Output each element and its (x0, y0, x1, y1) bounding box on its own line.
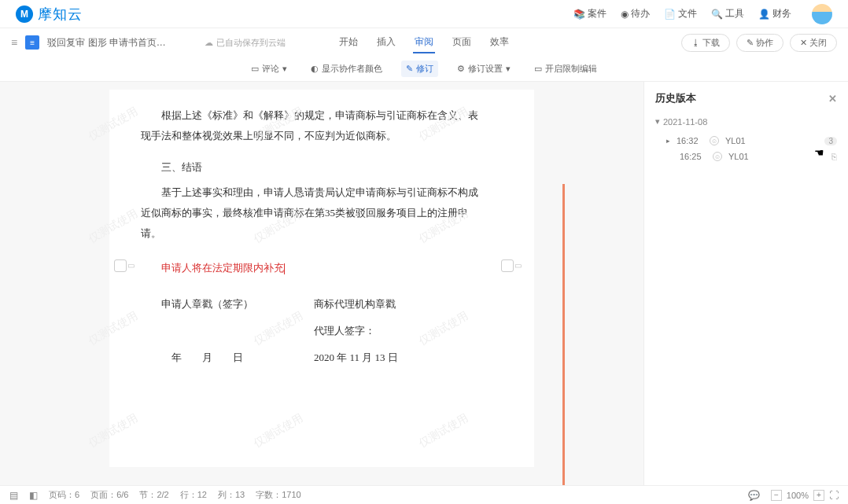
section-heading[interactable]: 三、结语 (141, 157, 487, 178)
char-count[interactable]: 字数：1710 (256, 489, 300, 501)
comment-anchor-icon[interactable]: ▭ (114, 259, 127, 272)
books-icon: 📚 (573, 9, 585, 20)
menu-icon[interactable]: ≡ (11, 36, 17, 49)
gear-icon: ⚙ (457, 64, 465, 74)
palette-icon: ◐ (311, 64, 319, 74)
close-icon: ✕ (800, 38, 807, 48)
user-icon: 👤 (758, 9, 770, 20)
doc-icon: 📄 (664, 9, 676, 20)
doc-title: 驳回复审 图形 申请书首页、材料目... (47, 36, 173, 50)
people-icon: ✎ (747, 38, 754, 48)
close-button[interactable]: ✕关闭 (790, 34, 837, 52)
comment-anchor-icon[interactable]: ▭ (501, 259, 514, 272)
main-area: 仅测试使用 仅测试使用 仅测试使用 仅测试使用 仅测试使用 仅测试使用 仅测试使… (0, 82, 848, 485)
user-icon: ☺ (710, 136, 719, 145)
nav-label: 文件 (678, 7, 697, 20)
nav-cases[interactable]: 📚案件 (573, 7, 607, 20)
watermark: 仅测试使用 (84, 407, 143, 454)
download-icon: ⭳ (691, 38, 700, 47)
dot-icon: ◉ (621, 9, 629, 20)
version-time: 16:32 (677, 136, 703, 145)
chevron-down-icon: ▾ (506, 64, 511, 74)
text-cursor (284, 263, 285, 274)
track-settings-button[interactable]: ⚙修订设置▾ (452, 61, 515, 77)
restore-icon[interactable]: ⎘ (831, 152, 837, 161)
tab-start[interactable]: 开始 (337, 32, 359, 53)
section-info[interactable]: 节：2/2 (139, 489, 168, 501)
document-page[interactable]: 仅测试使用 仅测试使用 仅测试使用 仅测试使用 仅测试使用 仅测试使用 仅测试使… (109, 90, 534, 467)
agency-seal-label: 商标代理机构章戳 (314, 294, 487, 315)
outline-icon[interactable]: ▤ (9, 490, 18, 501)
history-title: 历史版本 (655, 91, 696, 105)
paragraph[interactable]: 根据上述《标准》和《解释》的规定，申请商标与引证商标在含义、表现手法和整体视觉效… (141, 105, 487, 146)
tab-page[interactable]: 页面 (451, 32, 473, 53)
brand-icon: M (16, 6, 33, 23)
chat-icon[interactable]: 💬 (748, 490, 760, 501)
tab-review[interactable]: 审阅 (413, 32, 435, 53)
history-version-item[interactable]: 16:25 ☺ YL01 ⎘ (655, 149, 837, 164)
user-icon: ☺ (713, 152, 722, 161)
agent-sign-label: 代理人签字： (314, 321, 487, 341)
layout-icon[interactable]: ◧ (29, 490, 38, 501)
paragraph[interactable]: 基于上述事实和理由，申请人恳请贵局认定申请商标与引证商标不构成近似商标的事实，最… (141, 182, 487, 244)
date-filled: 2020 年 11 月 13 日 (314, 348, 487, 368)
line-info: 行：12 (180, 489, 207, 501)
collab-button[interactable]: ✎协作 (736, 34, 783, 52)
watermark: 仅测试使用 (84, 101, 143, 147)
nav-finance[interactable]: 👤财务 (758, 7, 791, 20)
track-changes-button[interactable]: ✎修订 (401, 61, 438, 77)
revision-bar (562, 184, 565, 485)
nav-label: 案件 (588, 7, 607, 20)
ribbon-tabs: 开始 插入 审阅 页面 效率 (337, 32, 511, 53)
comment-button[interactable]: ▭评论▾ (246, 61, 292, 77)
history-version-item[interactable]: ▸ 16:32 ☺ YL01 3 (655, 133, 837, 149)
tracked-insertion[interactable]: 申请人将在法定期限内补充 (161, 262, 284, 274)
tab-efficiency[interactable]: 效率 (489, 32, 511, 53)
chevron-down-icon: ▾ (655, 116, 660, 127)
version-time: 16:25 (680, 152, 706, 161)
watermark: 仅测试使用 (84, 203, 143, 249)
lock-icon: ▭ (534, 64, 542, 74)
restrict-edit-button[interactable]: ▭开启限制编辑 (529, 61, 602, 77)
signature-row: 申请人章戳（签字） 商标代理机构章戳 (141, 294, 487, 315)
zoom-out-button[interactable]: − (771, 490, 782, 501)
download-button[interactable]: ⭳下载 (681, 34, 730, 52)
page-code[interactable]: 页码：6 (49, 489, 79, 501)
nav-items: 📚案件 ◉待办 📄文件 🔍工具 👤财务 (573, 4, 832, 24)
nav-todo[interactable]: ◉待办 (621, 7, 650, 20)
history-panel: 历史版本 ✕ ▾2021-11-08 ▸ 16:32 ☺ YL01 3 16:2… (643, 82, 848, 485)
doc-toolbar: ≡ ≡ 驳回复审 图形 申请书首页、材料目... ☁已自动保存到云端 开始 插入… (0, 28, 848, 57)
close-icon[interactable]: ✕ (828, 93, 837, 105)
version-count-badge: 3 (824, 137, 837, 145)
page-count[interactable]: 页面：6/6 (90, 489, 128, 501)
top-nav: M 摩知云 📚案件 ◉待办 📄文件 🔍工具 👤财务 (0, 0, 848, 28)
doc-type-icon: ≡ (25, 35, 39, 50)
nav-files[interactable]: 📄文件 (664, 7, 697, 20)
review-toolbar: ▭评论▾ ◐显示协作者颜色 ✎修订 ⚙修订设置▾ ▭开启限制编辑 (0, 57, 848, 82)
comment-icon: ▭ (251, 64, 259, 74)
version-user: YL01 (728, 152, 749, 161)
nav-label: 工具 (725, 7, 744, 20)
nav-label: 财务 (772, 7, 791, 20)
watermark: 仅测试使用 (415, 407, 474, 454)
brand-logo[interactable]: M 摩知云 (16, 5, 83, 24)
history-date-group[interactable]: ▾2021-11-08 (655, 116, 837, 127)
cloud-icon: ☁ (205, 38, 213, 48)
chevron-right-icon: ▸ (666, 137, 670, 145)
zoom-in-button[interactable]: + (813, 490, 824, 501)
watermark: 仅测试使用 (249, 407, 308, 454)
doc-actions: ⭳下载 ✎协作 ✕关闭 (681, 34, 837, 52)
show-collab-colors[interactable]: ◐显示协作者颜色 (306, 61, 387, 77)
nav-tools[interactable]: 🔍工具 (711, 7, 744, 20)
col-info: 列：13 (218, 489, 245, 501)
fullscreen-icon[interactable]: ⛶ (829, 490, 839, 501)
date-row: 年 月 日 2020 年 11 月 13 日 (141, 348, 487, 368)
history-header: 历史版本 ✕ (655, 91, 837, 105)
applicant-seal-label: 申请人章戳（签字） (141, 294, 314, 315)
edit-icon: ✎ (406, 64, 413, 74)
document-canvas[interactable]: 仅测试使用 仅测试使用 仅测试使用 仅测试使用 仅测试使用 仅测试使用 仅测试使… (0, 82, 643, 485)
zoom-level[interactable]: 100% (787, 491, 809, 500)
avatar[interactable] (812, 4, 832, 24)
tab-insert[interactable]: 插入 (375, 32, 397, 53)
zoom-control: − 100% + ⛶ (771, 490, 839, 501)
